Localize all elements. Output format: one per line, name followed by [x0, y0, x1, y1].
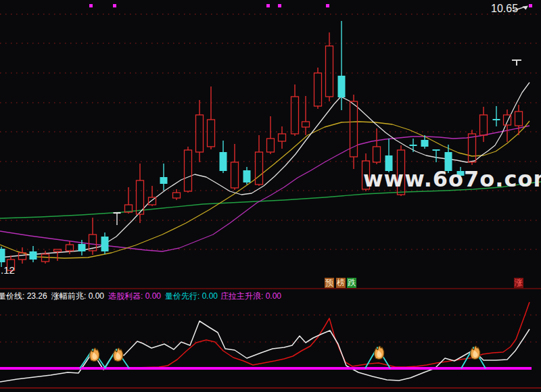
candle-down — [243, 170, 251, 182]
candle-down — [160, 177, 168, 184]
status-badge[interactable]: 预 — [325, 278, 334, 288]
candle-up — [279, 134, 286, 141]
indicator-label: 庄拉主升浪: 0.00 — [220, 291, 281, 302]
price-low-label: .12 — [1, 265, 15, 275]
signal-flame-icon — [90, 348, 99, 361]
lower-white-line — [0, 321, 530, 382]
signal-marker — [113, 4, 116, 7]
candle-up — [196, 115, 204, 152]
status-badge[interactable]: 榜 — [336, 278, 346, 288]
candle-up — [185, 150, 192, 191]
candle-up — [326, 46, 333, 97]
candle-up — [302, 122, 310, 127]
candle-up — [256, 152, 263, 185]
signal-marker — [326, 4, 329, 7]
candle-up — [42, 254, 49, 262]
candle-down — [30, 251, 37, 260]
signal-marker — [266, 4, 270, 7]
indicator-label: 量价先行: 0.00 — [165, 291, 218, 302]
candle-up — [291, 97, 299, 134]
candle-up — [480, 115, 488, 135]
status-badge[interactable]: 跌 — [347, 278, 356, 288]
candle-up — [231, 162, 239, 188]
signal-marker — [278, 4, 281, 7]
candle-up — [314, 73, 322, 106]
status-badge[interactable]: 涨 — [514, 278, 523, 288]
candlestick-chart[interactable] — [0, 0, 541, 392]
candle-up — [267, 139, 275, 152]
candle-up — [173, 193, 181, 198]
candle-down — [338, 76, 346, 97]
candle-up — [469, 134, 476, 162]
candle-up — [208, 120, 215, 147]
indicator-label: 量价线: 23.26 — [0, 291, 47, 302]
candle-down — [220, 152, 227, 171]
candle-down — [101, 237, 109, 251]
candle-up — [66, 245, 74, 251]
price-high-label: 10.65 — [491, 3, 518, 14]
candle-down — [78, 244, 86, 251]
candle-down — [421, 140, 429, 147]
indicator-label: 选股利器: 0.00 — [108, 291, 161, 302]
candle-up — [373, 147, 381, 162]
lower-red-line — [0, 302, 530, 368]
signal-marker — [529, 4, 532, 7]
watermark: www.6o7o.com — [363, 168, 541, 190]
signal-flame-icon — [471, 346, 480, 359]
candle-down — [0, 249, 5, 262]
signal-marker — [89, 4, 93, 7]
candle-up — [54, 249, 62, 251]
stock-chart-window: www.6o7o.com 10.65 .12 预榜跌涨 量价线: 23.26涨幅… — [0, 0, 541, 392]
signal-flame-icon — [375, 346, 384, 359]
indicator-label: 涨幅前兆: 0.00 — [51, 291, 104, 302]
signal-flame-icon — [114, 348, 123, 361]
candle-up — [515, 112, 523, 126]
